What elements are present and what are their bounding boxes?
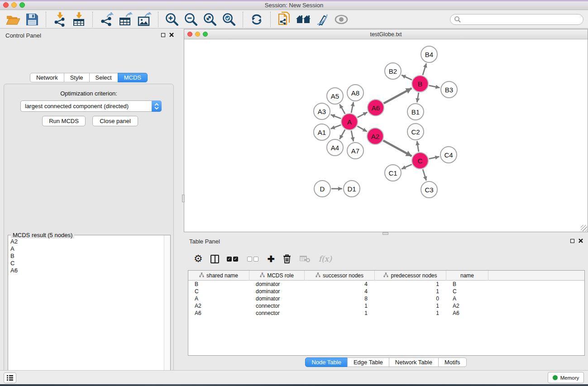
resize-grip-icon[interactable] [581,225,587,231]
cell-successor-nodes[interactable]: 4 [305,281,375,288]
export-table-icon[interactable] [117,11,134,28]
memory-button[interactable]: Memory [548,372,584,383]
cell-MCDS-role[interactable]: dominator [249,288,305,295]
network-node-C4[interactable]: C4 [440,146,457,163]
tab-select[interactable]: Select [89,73,118,82]
cell-name[interactable]: C [446,288,488,295]
mcds-result-list[interactable]: A2ABCA6 [9,238,163,386]
network-node-A3[interactable]: A3 [313,103,330,120]
float-panel-icon[interactable] [161,33,165,37]
cell-successor-nodes[interactable]: 8 [305,295,375,302]
tab-style[interactable]: Style [64,73,90,82]
cell-MCDS-role[interactable]: connector [249,310,305,317]
network-node-B2[interactable]: B2 [384,62,402,80]
cell-shared-name[interactable]: A6 [188,310,249,317]
network-edge-A6-B[interactable] [384,88,412,103]
cell-successor-nodes[interactable]: 1 [305,302,375,310]
network-edge-A-A6[interactable] [358,112,368,118]
mcds-result-item[interactable]: A [9,245,163,253]
tab-motifs[interactable]: Motifs [438,357,467,367]
network-node-A6[interactable]: A6 [367,99,384,116]
save-session-icon[interactable] [24,11,41,28]
tab-network[interactable]: Network [30,73,64,82]
home-icon[interactable] [295,11,312,28]
tab-node-table[interactable]: Node Table [305,357,348,367]
tab-edge-table[interactable]: Edge Table [347,357,389,367]
delete-columns-icon[interactable] [282,254,292,264]
cell-successor-nodes[interactable]: 4 [305,288,375,295]
network-node-A8[interactable]: A8 [347,84,364,101]
zoom-out-icon[interactable] [182,11,200,28]
criterion-select[interactable]: largest connected component (directed) [20,100,162,112]
run-mcds-button[interactable]: Run MCDS [42,116,86,126]
network-edge-A2-C[interactable] [383,141,412,156]
network-edge-B-B2[interactable] [402,75,412,80]
network-edge-C-C3[interactable] [423,169,426,181]
table-settings-icon[interactable]: ⚙ [194,254,203,264]
select-all-checkboxes-icon[interactable]: ✓✓ [227,257,239,262]
cell-shared-name[interactable]: B [188,281,249,288]
network-node-D1[interactable]: D1 [343,180,360,197]
cell-name[interactable]: B [446,281,488,288]
zoom-fit-icon[interactable] [201,11,219,28]
network-node-C1[interactable]: C1 [384,164,402,181]
cell-predecessor-nodes[interactable]: 0 [375,295,446,302]
cell-predecessor-nodes[interactable]: 1 [375,302,446,310]
column-header-shared-name[interactable]: shared name [188,271,249,281]
network-edge-A-A3[interactable] [331,114,341,119]
network-edge-B-B3[interactable] [429,86,440,88]
zoom-in-icon[interactable] [163,11,181,28]
hide-details-eye-icon[interactable] [333,11,350,28]
close-panel-button[interactable]: Close panel [92,116,138,126]
import-network-icon[interactable] [51,11,68,28]
function-builder-icon[interactable]: f(x) [319,254,332,263]
column-header-predecessor-nodes[interactable]: predecessor nodes [375,271,446,281]
close-panel-icon[interactable] [169,33,174,37]
network-node-A[interactable]: A [341,113,358,130]
network-node-C2[interactable]: C2 [407,123,424,140]
export-image-icon[interactable] [136,11,153,28]
network-node-A4[interactable]: A4 [326,139,344,156]
mcds-result-item[interactable]: C [9,260,163,267]
network-node-C3[interactable]: C3 [421,181,438,198]
cell-MCDS-role[interactable]: dominator [249,281,305,288]
network-node-D[interactable]: D [314,180,331,197]
search-input[interactable] [450,14,583,25]
network-edge-A-A8[interactable] [351,102,354,113]
close-panel-icon[interactable] [578,238,583,243]
graphics-details-icon[interactable] [314,11,331,28]
cell-name[interactable]: A2 [446,302,488,310]
float-panel-icon[interactable] [570,239,574,243]
network-node-B3[interactable]: B3 [440,81,458,98]
cell-predecessor-nodes[interactable]: 1 [375,288,446,295]
open-session-icon[interactable] [5,11,22,28]
splitter-handle[interactable] [382,232,388,235]
cell-shared-name[interactable]: C [188,288,249,295]
network-node-A2[interactable]: A2 [367,128,384,145]
import-table-icon[interactable] [70,11,87,28]
table-row-A[interactable]: Adominator80A [188,295,584,302]
cell-shared-name[interactable]: A [188,295,249,302]
task-history-button[interactable] [4,372,16,383]
mcds-result-item[interactable]: A6 [9,267,163,274]
table-row-A2[interactable]: A2connector11A2 [188,302,584,310]
table-row-B[interactable]: Bdominator41B [188,281,584,288]
add-column-icon[interactable]: ✚ [268,254,275,264]
network-edge-B-B1[interactable] [417,93,418,103]
cell-name[interactable]: A [446,295,488,302]
tab-network-table[interactable]: Network Table [389,357,439,367]
network-node-C[interactable]: C [411,152,429,169]
deselect-all-checkboxes-icon[interactable] [247,257,260,262]
delete-table-icon[interactable] [299,255,311,263]
network-node-B4[interactable]: B4 [421,46,438,63]
network-canvas[interactable]: AA1A2A3A4A5A6A7A8BB1B2B3B4CC1C2C3C4DD1 [184,39,588,232]
zoom-selected-icon[interactable] [220,11,238,28]
network-edge-A-A5[interactable] [339,104,345,114]
network-node-A5[interactable]: A5 [326,87,344,105]
cell-predecessor-nodes[interactable]: 1 [375,310,446,317]
refresh-icon[interactable] [248,11,265,28]
column-header-MCDS-role[interactable]: MCDS role [249,271,305,281]
result-scrollbar[interactable] [164,235,170,386]
table-row-C[interactable]: Cdominator41C [188,288,584,295]
network-edge-C-C1[interactable] [402,164,412,169]
